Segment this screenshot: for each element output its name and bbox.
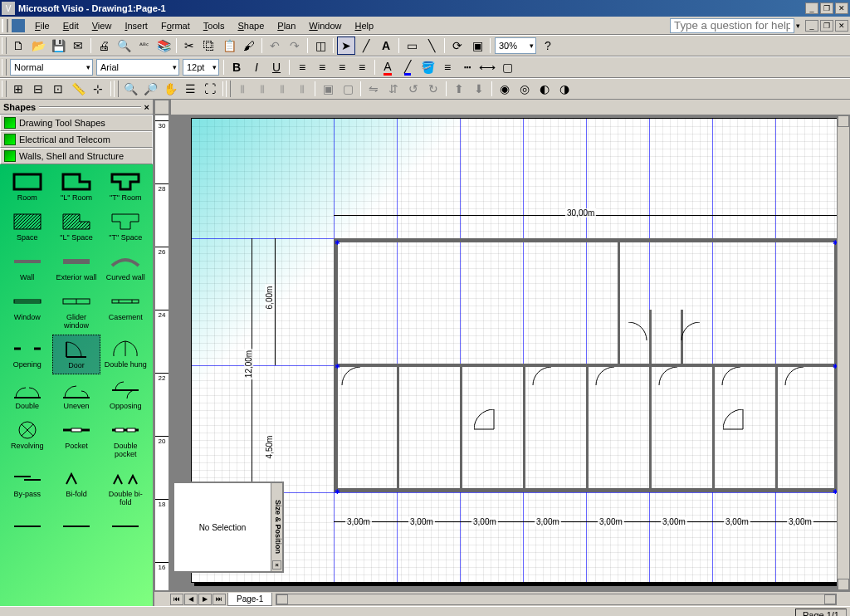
- grid-button[interactable]: ⊞: [9, 80, 27, 98]
- rotate-l-button[interactable]: ↺: [404, 80, 423, 98]
- shape-item[interactable]: Exterior wall: [52, 247, 100, 286]
- shape-combine-button[interactable]: ◑: [555, 80, 574, 98]
- shape-item[interactable]: "L" Room: [52, 168, 100, 206]
- tab-last-button[interactable]: ⏭: [212, 594, 226, 605]
- size-position-window[interactable]: No Selection Size & Position ×: [173, 482, 284, 573]
- toolbar-handle-3[interactable]: [2, 81, 7, 97]
- shape-item[interactable]: "T" Space: [102, 208, 149, 246]
- group-button[interactable]: ▣: [319, 80, 337, 98]
- toolbar-handle-2[interactable]: [2, 59, 7, 76]
- ungroup-button[interactable]: ▢: [339, 80, 357, 98]
- toolbar-handle-4[interactable]: [114, 81, 119, 97]
- tab-prev-button[interactable]: ◀: [184, 594, 198, 605]
- line-ends-button[interactable]: ⟷: [478, 58, 496, 76]
- open-button[interactable]: 📂: [29, 37, 47, 55]
- new-button[interactable]: 🗋: [9, 37, 27, 55]
- shape-item[interactable]: [52, 512, 100, 542]
- help-button[interactable]: ?: [539, 37, 557, 55]
- page-tab[interactable]: Page-1: [227, 593, 272, 606]
- mdi-close-button[interactable]: ✕: [835, 20, 848, 32]
- menu-tools[interactable]: Tools: [197, 19, 232, 32]
- pointer-tool-button[interactable]: ➤: [337, 37, 355, 55]
- shape-intersect-button[interactable]: ◎: [515, 80, 534, 98]
- menu-window[interactable]: Window: [302, 19, 348, 32]
- line-pattern-button[interactable]: ┅: [458, 58, 476, 76]
- layers-button[interactable]: ☰: [181, 80, 199, 98]
- style-combo[interactable]: Normal: [10, 59, 93, 76]
- bring-front-button[interactable]: ⬆: [450, 80, 468, 98]
- help-dropdown-icon[interactable]: ▾: [796, 22, 800, 30]
- toolbar-handle-5[interactable]: [226, 81, 231, 97]
- flip-v-button[interactable]: ⇵: [384, 80, 403, 98]
- menu-plan[interactable]: Plan: [271, 19, 302, 32]
- tab-first-button[interactable]: ⏮: [170, 594, 183, 605]
- rectangle-tool-button[interactable]: ▭: [403, 37, 421, 55]
- fill-button[interactable]: ▣: [468, 37, 486, 55]
- flip-h-button[interactable]: ⇋: [364, 80, 383, 98]
- menu-shape[interactable]: Shape: [231, 19, 271, 32]
- shape-union-button[interactable]: ◉: [496, 80, 514, 98]
- shapes-close-button[interactable]: ×: [144, 102, 149, 112]
- tab-next-button[interactable]: ▶: [198, 594, 212, 605]
- pan-button[interactable]: ✋: [161, 80, 179, 98]
- line-tool-button[interactable]: ╲: [423, 37, 441, 55]
- cut-button[interactable]: ✂: [180, 37, 198, 55]
- close-button[interactable]: ✕: [835, 2, 848, 14]
- shape-item[interactable]: Pocket: [52, 416, 100, 462]
- shape-item[interactable]: Curved wall: [102, 247, 149, 286]
- shape-item[interactable]: Glider window: [52, 287, 100, 334]
- line-weight-button[interactable]: ≡: [438, 58, 457, 76]
- research-button[interactable]: 📚: [154, 37, 173, 55]
- maximize-button[interactable]: ❐: [820, 2, 833, 14]
- align-shapes-button[interactable]: ⫴: [233, 80, 252, 98]
- format-painter-button[interactable]: 🖌: [240, 37, 258, 55]
- zoom-out-button[interactable]: 🔎: [141, 80, 159, 98]
- size-position-title[interactable]: Size & Position ×: [271, 483, 282, 571]
- print-preview-button[interactable]: 🔍: [115, 37, 133, 55]
- horizontal-ruler[interactable]: -20246810121416182022242628: [169, 100, 171, 115]
- align-left-button[interactable]: ≡: [293, 58, 311, 76]
- spellcheck-button[interactable]: ᴬᴮᶜ: [134, 37, 153, 55]
- shape-item[interactable]: [102, 512, 149, 542]
- rotate-r-button[interactable]: ↻: [424, 80, 442, 98]
- stencil-drawing-tools[interactable]: Drawing Tool Shapes: [0, 115, 153, 131]
- print-button[interactable]: 🖨: [95, 37, 113, 55]
- full-screen-button[interactable]: ⛶: [201, 80, 219, 98]
- shape-item[interactable]: "T" Room: [102, 168, 149, 206]
- menu-edit[interactable]: Edit: [56, 19, 85, 32]
- paste-button[interactable]: 📋: [220, 37, 238, 55]
- shape-item[interactable]: Window: [3, 287, 51, 334]
- menu-file[interactable]: File: [28, 19, 56, 32]
- distribute-shapes-button[interactable]: ⫴: [253, 80, 271, 98]
- connector-button[interactable]: ⊹: [89, 80, 107, 98]
- layout-shapes-button[interactable]: ⫴: [293, 80, 311, 98]
- menu-help[interactable]: Help: [348, 19, 380, 32]
- email-button[interactable]: ✉: [69, 37, 87, 55]
- send-back-button[interactable]: ⬇: [470, 80, 488, 98]
- toolbar-handle[interactable]: [2, 37, 7, 54]
- bold-button[interactable]: B: [227, 58, 246, 76]
- copy-button[interactable]: ⿻: [200, 37, 218, 55]
- shape-item[interactable]: Double: [3, 376, 51, 414]
- drawing-canvas[interactable]: ✱ ✱ ✱ ✱ ✱ ✱ 30,00m 6,00m 12,00m 4,50m: [169, 115, 837, 591]
- shape-item[interactable]: Room: [3, 168, 51, 206]
- shadow-button[interactable]: ▢: [498, 58, 516, 76]
- shape-item[interactable]: Double bi-fold: [102, 464, 149, 511]
- snap-button[interactable]: ⊡: [49, 80, 67, 98]
- align-center-button[interactable]: ≡: [313, 58, 331, 76]
- connect-shapes-button[interactable]: ⫴: [273, 80, 291, 98]
- shape-item[interactable]: "L" Space: [52, 208, 100, 246]
- menu-handle[interactable]: [2, 19, 8, 32]
- zoom-combo[interactable]: 30%: [495, 37, 536, 54]
- connector-tool-button[interactable]: ╱: [357, 37, 375, 55]
- text-tool-button[interactable]: A: [377, 37, 395, 55]
- minimize-button[interactable]: _: [805, 2, 818, 14]
- shape-item[interactable]: Revolving: [3, 416, 51, 462]
- shape-subtract-button[interactable]: ◐: [535, 80, 554, 98]
- shapes-window-button[interactable]: ◫: [311, 37, 330, 55]
- shape-item[interactable]: Double pocket: [102, 416, 149, 462]
- help-search-input[interactable]: [670, 18, 794, 33]
- zoom-in-button[interactable]: 🔍: [121, 80, 139, 98]
- line-color-button[interactable]: ╱: [398, 58, 417, 76]
- size-position-close-button[interactable]: ×: [272, 560, 281, 570]
